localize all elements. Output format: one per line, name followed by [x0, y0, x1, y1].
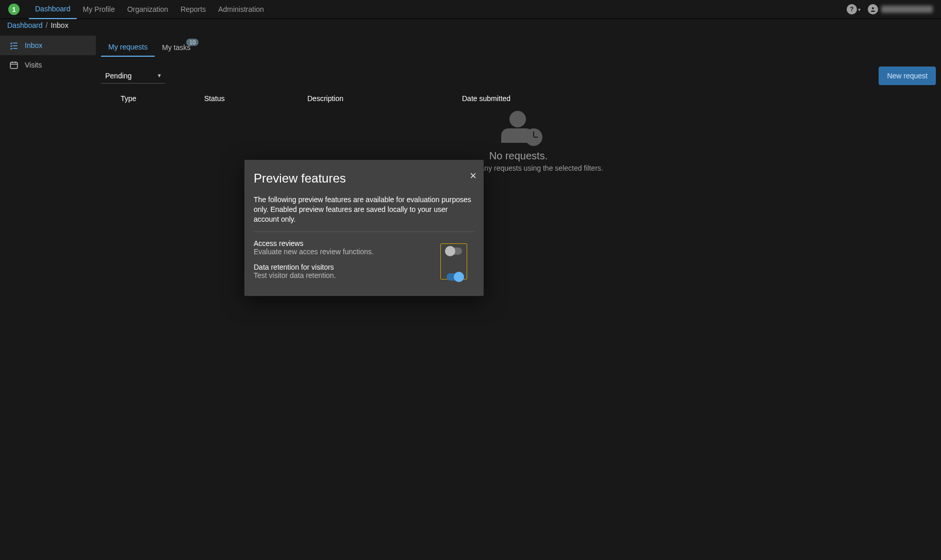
help-dropdown-caret[interactable]: ▾	[858, 7, 861, 12]
feature-subtitle: Test visitor data retention.	[254, 271, 443, 279]
tab-label: My requests	[108, 43, 147, 51]
breadcrumb: Dashboard / Inbox	[0, 19, 941, 31]
help-icon[interactable]: ?	[847, 4, 857, 14]
sidebar-item-visits[interactable]: Visits	[0, 55, 96, 75]
toggle-access-reviews[interactable]	[447, 248, 462, 255]
filter-row: Pending ▼ New request	[101, 57, 936, 90]
tabs: My requests My tasks 10	[101, 38, 936, 57]
divider	[254, 232, 474, 232]
close-icon[interactable]: ×	[470, 169, 476, 183]
sidebar: Inbox Visits	[0, 31, 96, 560]
toggle-data-retention[interactable]	[447, 273, 462, 281]
feature-title: Data retention for visitors	[254, 263, 443, 271]
app-logo[interactable]: 1	[8, 4, 20, 15]
nav-organization[interactable]: Organization	[121, 0, 174, 19]
column-type: Type	[101, 94, 204, 103]
breadcrumb-separator: /	[46, 21, 48, 29]
top-nav: 1 Dashboard My Profile Organization Repo…	[0, 0, 941, 19]
svg-rect-1	[10, 62, 18, 69]
calendar-icon	[9, 60, 19, 70]
nav-administration[interactable]: Administration	[212, 0, 270, 19]
list-check-icon	[9, 41, 19, 50]
new-request-button[interactable]: New request	[879, 67, 936, 85]
user-avatar-icon[interactable]	[868, 4, 878, 14]
table-header: Type Status Description Date submitted	[101, 90, 936, 110]
column-date-submitted: Date submitted	[462, 94, 596, 103]
nav-dashboard[interactable]: Dashboard	[29, 0, 77, 19]
column-description: Description	[307, 94, 462, 103]
content-area: My requests My tasks 10 Pending ▼ New re…	[96, 31, 941, 560]
feature-access-reviews: Access reviews Evaluate new acces review…	[254, 239, 443, 256]
status-filter-select[interactable]: Pending ▼	[101, 69, 165, 84]
svg-point-0	[872, 7, 874, 9]
breadcrumb-root[interactable]: Dashboard	[7, 21, 43, 29]
column-status: Status	[204, 94, 307, 103]
feature-list: Access reviews Evaluate new acces review…	[254, 239, 474, 279]
feature-title: Access reviews	[254, 239, 443, 248]
username-label[interactable]	[881, 6, 933, 13]
user-clock-icon	[498, 111, 539, 143]
status-filter-value: Pending	[105, 72, 131, 80]
preview-features-modal: Preview features × The following preview…	[244, 160, 484, 296]
modal-title: Preview features	[254, 171, 474, 186]
chevron-down-icon: ▼	[157, 73, 162, 78]
breadcrumb-current: Inbox	[51, 21, 68, 29]
nav-reports[interactable]: Reports	[174, 0, 212, 19]
feature-data-retention: Data retention for visitors Test visitor…	[254, 263, 443, 279]
sidebar-item-label: Inbox	[25, 41, 42, 50]
sidebar-item-inbox[interactable]: Inbox	[0, 36, 96, 55]
feature-subtitle: Evaluate new acces review functions.	[254, 248, 443, 256]
sidebar-item-label: Visits	[25, 61, 42, 69]
modal-description: The following preview features are avail…	[254, 195, 474, 224]
tab-my-tasks[interactable]: My tasks 10	[155, 38, 197, 57]
badge-count: 10	[186, 39, 199, 46]
empty-state: No requests. Could not find any requests…	[101, 111, 936, 172]
nav-my-profile[interactable]: My Profile	[77, 0, 121, 19]
tab-my-requests[interactable]: My requests	[101, 38, 155, 57]
empty-title: No requests.	[489, 150, 548, 162]
